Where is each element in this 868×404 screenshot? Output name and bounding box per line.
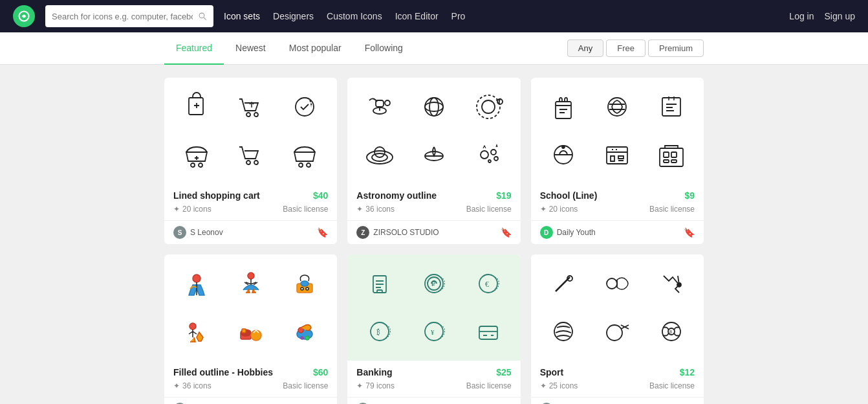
icons-count: ✦ 20 icons [173, 205, 212, 214]
license: Basic license [466, 205, 512, 214]
svg-point-88 [607, 325, 622, 341]
svg-point-65 [301, 337, 303, 339]
svg-text:8: 8 [669, 330, 672, 334]
icon-cell [171, 132, 222, 177]
card-info: Filled outline - Hobbies $60 [164, 361, 337, 381]
card-info: Lined shopping cart $40 [164, 184, 337, 205]
author[interactable]: Z ZIRSOLO STUDIO [356, 226, 439, 239]
icon-cell: 8 [646, 309, 697, 354]
nav-custom-icons[interactable]: Custom Icons [327, 11, 382, 21]
icon-cell [279, 84, 331, 129]
tab-most-popular[interactable]: Most popular [277, 32, 353, 65]
svg-rect-60 [242, 329, 246, 333]
svg-point-12 [254, 161, 258, 164]
icon-cell [646, 84, 697, 129]
icon-sets-grid: Lined shopping cart $40 ✦ 20 icons Basic… [0, 65, 868, 404]
card-price: $60 [313, 367, 328, 377]
icon-cell [408, 132, 460, 177]
license: Basic license [649, 381, 695, 390]
card-banking[interactable]: ₽ € ₿ ¥ [347, 254, 520, 404]
card-school-line[interactable]: School (Line) $9 ✦ 20 icons Basic licens… [531, 78, 704, 244]
card-price: $9 [684, 190, 695, 201]
svg-rect-46 [664, 160, 669, 163]
search-input[interactable] [52, 12, 193, 21]
svg-point-64 [305, 336, 309, 340]
license: Basic license [466, 381, 512, 390]
card-title: Sport [540, 367, 564, 377]
nav-pro[interactable]: Pro [451, 11, 466, 21]
card-footer: S S Leonov 🔖 [164, 220, 337, 244]
license: Basic license [283, 205, 328, 214]
svg-point-55 [301, 287, 303, 290]
filter-any[interactable]: Any [567, 39, 603, 57]
card-title: Astronomy outline [356, 190, 437, 201]
card-sport[interactable]: 8 Sport $12 ✦ 25 icons Basic license D D… [531, 254, 704, 404]
header-auth: Log in Sign up [789, 11, 855, 21]
bookmark-icon[interactable]: 🔖 [501, 227, 512, 238]
tab-following[interactable]: Following [353, 32, 415, 65]
signup-button[interactable]: Sign up [825, 11, 855, 21]
sub-nav: Featured Newest Most popular Following A… [0, 32, 868, 65]
svg-point-7 [191, 163, 195, 167]
icon-cell [646, 261, 697, 306]
svg-text:€: € [485, 280, 489, 289]
card-info: Sport $12 [531, 361, 704, 381]
icon-cell [225, 132, 277, 177]
nav-icon-sets[interactable]: Icon sets [224, 11, 260, 21]
icon-cell [537, 309, 589, 354]
svg-point-22 [482, 100, 495, 113]
icon-cell [462, 309, 514, 354]
card-astronomy-outline[interactable]: Astronomy outline $19 ✦ 36 icons Basic l… [347, 78, 520, 244]
svg-rect-44 [664, 152, 669, 157]
svg-point-30 [481, 151, 488, 159]
card-price: $19 [496, 190, 511, 201]
spark-icon: ✦ [540, 205, 547, 214]
card-preview: 8 [531, 254, 704, 361]
icon-cell [537, 84, 589, 129]
card-filled-outline-hobbies[interactable]: Filled outline - Hobbies $60 ✦ 36 icons … [164, 254, 337, 404]
svg-point-21 [429, 98, 439, 116]
icon-cell: ₿ [354, 309, 406, 354]
card-footer: Z ZIRSOLO STUDIO 🔖 [347, 220, 520, 244]
card-title: Filled outline - Hobbies [173, 367, 273, 377]
tab-featured[interactable]: Featured [164, 32, 224, 65]
card-preview [164, 78, 337, 184]
filter-free[interactable]: Free [606, 39, 646, 57]
card-meta: ✦ 20 icons Basic license [164, 205, 337, 220]
svg-rect-37 [662, 98, 680, 116]
svg-line-2 [204, 17, 206, 20]
svg-point-54 [301, 281, 309, 286]
author[interactable]: D Daily Youth [540, 226, 596, 239]
spark-icon: ✦ [173, 381, 180, 390]
svg-point-18 [385, 100, 390, 106]
login-button[interactable]: Log in [789, 11, 814, 21]
bookmark-icon[interactable]: 🔖 [317, 227, 328, 238]
header: Icon sets Designers Custom Icons Icon Ed… [0, 0, 868, 32]
svg-point-14 [307, 163, 310, 167]
icon-cell [279, 132, 331, 177]
author-avatar: S [173, 226, 186, 239]
spark-icon: ✦ [356, 205, 363, 214]
filter-premium[interactable]: Premium [648, 39, 704, 57]
nav-designers[interactable]: Designers [273, 11, 314, 21]
icon-cell [462, 132, 514, 177]
svg-point-33 [488, 160, 491, 163]
author-name: Daily Youth [557, 228, 596, 237]
tab-newest[interactable]: Newest [224, 32, 277, 65]
icon-cell: ₽ [408, 261, 460, 306]
card-meta: ✦ 20 icons Basic license [531, 205, 704, 220]
icon-cell [354, 84, 406, 129]
icon-cell: € [462, 261, 514, 306]
icon-cell [646, 132, 697, 177]
svg-point-5 [254, 113, 258, 117]
card-lined-shopping-cart[interactable]: Lined shopping cart $40 ✦ 20 icons Basic… [164, 78, 337, 244]
svg-point-19 [425, 98, 443, 116]
bookmark-icon[interactable]: 🔖 [684, 227, 695, 238]
svg-point-48 [193, 275, 201, 282]
card-preview [531, 78, 704, 184]
search-bar[interactable] [45, 5, 213, 27]
author[interactable]: S S Leonov [173, 226, 223, 239]
card-title: Banking [356, 367, 392, 377]
nav-icon-editor[interactable]: Icon Editor [395, 11, 439, 21]
logo[interactable] [13, 5, 35, 27]
